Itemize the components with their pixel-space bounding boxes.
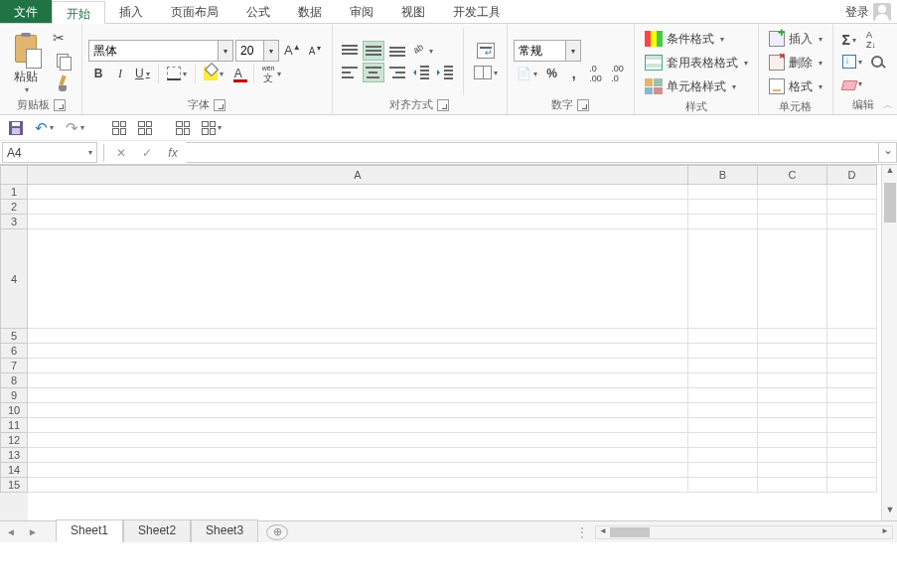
cell-B1[interactable]	[688, 185, 758, 200]
cell-D7[interactable]	[827, 359, 877, 373]
format-painter-button[interactable]	[50, 74, 75, 93]
row-header-3[interactable]: 3	[0, 215, 28, 229]
col-header-D[interactable]: D	[827, 165, 877, 185]
font-size-dropdown[interactable]: ▾	[263, 40, 279, 62]
cell-D12[interactable]	[827, 433, 877, 448]
format-as-table-button[interactable]: 套用表格格式	[641, 52, 752, 74]
cell-D6[interactable]	[827, 344, 877, 359]
cell-B12[interactable]	[688, 433, 758, 448]
comma-style-button[interactable]	[564, 64, 584, 83]
cell-D5[interactable]	[827, 329, 877, 344]
conditional-formatting-button[interactable]: 条件格式	[641, 28, 752, 50]
cell-B2[interactable]	[688, 200, 758, 215]
sheet-nav-prev[interactable]: ◄	[0, 526, 22, 537]
shrink-font-button[interactable]: A▼	[306, 41, 326, 61]
select-all-corner[interactable]	[0, 165, 28, 185]
tab-开发工具[interactable]: 开发工具	[439, 0, 515, 23]
cell-B6[interactable]	[688, 344, 758, 359]
cell-A3[interactable]	[28, 215, 688, 229]
insert-cells-button[interactable]: 插入	[765, 28, 826, 50]
tab-split-handle[interactable]: ⋮	[576, 525, 589, 539]
cell-C9[interactable]	[758, 388, 827, 403]
cell-D3[interactable]	[827, 215, 877, 229]
enter-formula-button[interactable]: ✓	[134, 142, 160, 163]
formula-input[interactable]	[186, 142, 879, 163]
tab-公式[interactable]: 公式	[232, 0, 284, 23]
col-header-C[interactable]: C	[758, 165, 827, 185]
insert-function-button[interactable]: fx	[160, 142, 186, 163]
cell-A1[interactable]	[28, 185, 688, 200]
cell-C2[interactable]	[758, 200, 827, 215]
merge-center-button[interactable]	[471, 63, 501, 82]
cell-B7[interactable]	[688, 359, 758, 373]
redo-button[interactable]	[63, 117, 87, 139]
tab-审阅[interactable]: 审阅	[336, 0, 387, 23]
tab-页面布局[interactable]: 页面布局	[157, 0, 232, 23]
cell-C5[interactable]	[758, 329, 827, 344]
cell-A13[interactable]	[28, 448, 688, 463]
row-header-15[interactable]: 15	[0, 478, 28, 493]
increase-decimal-button[interactable]: .0.00	[586, 64, 606, 83]
row-header-6[interactable]: 6	[0, 344, 28, 359]
cell-C6[interactable]	[758, 344, 827, 359]
collapse-ribbon-button[interactable]: ︿	[883, 98, 893, 112]
font-launcher[interactable]	[214, 99, 225, 111]
cell-C7[interactable]	[758, 359, 827, 373]
cell-B4[interactable]	[688, 229, 758, 329]
scroll-up-button[interactable]: ▲	[882, 165, 897, 181]
row-header-13[interactable]: 13	[0, 448, 28, 463]
font-size-input[interactable]	[235, 40, 263, 62]
qat-button-3[interactable]	[173, 117, 193, 139]
row-header-8[interactable]: 8	[0, 373, 28, 388]
align-middle-button[interactable]	[363, 41, 384, 61]
grid-body[interactable]: ABCD	[28, 165, 881, 520]
cell-C14[interactable]	[758, 463, 827, 478]
font-name-input[interactable]	[88, 40, 218, 62]
font-color-button[interactable]: A	[228, 64, 248, 83]
cell-styles-button[interactable]: 单元格样式	[641, 75, 752, 97]
align-center-button[interactable]	[363, 63, 384, 82]
sheet-tab-Sheet1[interactable]: Sheet1	[56, 519, 123, 542]
qat-button-4[interactable]	[199, 117, 224, 139]
row-header-2[interactable]: 2	[0, 200, 28, 215]
undo-button[interactable]	[32, 117, 57, 139]
orientation-button[interactable]	[410, 41, 436, 61]
new-sheet-button[interactable]: ⊕	[266, 524, 288, 540]
font-size-combo[interactable]: ▾	[235, 40, 279, 62]
cell-D9[interactable]	[827, 388, 877, 403]
sheet-tab-Sheet3[interactable]: Sheet3	[191, 519, 258, 542]
cell-C3[interactable]	[758, 215, 827, 229]
tab-开始[interactable]: 开始	[52, 1, 105, 24]
row-header-10[interactable]: 10	[0, 403, 28, 418]
cell-B13[interactable]	[688, 448, 758, 463]
cell-A10[interactable]	[28, 403, 688, 418]
cell-A2[interactable]	[28, 200, 688, 215]
cell-A4[interactable]	[28, 229, 688, 329]
fill-color-button[interactable]	[201, 64, 226, 83]
horizontal-scrollbar[interactable]: ◄ ►	[595, 525, 893, 539]
vertical-scrollbar[interactable]: ▲ ▼	[881, 165, 897, 520]
cell-B8[interactable]	[688, 373, 758, 388]
border-button[interactable]	[164, 64, 190, 83]
autosum-button[interactable]	[839, 30, 859, 50]
row-header-11[interactable]: 11	[0, 418, 28, 433]
align-left-button[interactable]	[339, 63, 361, 82]
alignment-launcher[interactable]	[437, 99, 449, 111]
delete-cells-button[interactable]: 删除	[765, 52, 826, 74]
login[interactable]: 登录	[839, 0, 897, 23]
clear-button[interactable]	[839, 74, 865, 93]
cell-D2[interactable]	[827, 200, 877, 215]
cell-D10[interactable]	[827, 403, 877, 418]
col-header-A[interactable]: A	[28, 165, 688, 185]
decrease-decimal-button[interactable]: .00.0	[608, 64, 628, 83]
cell-D1[interactable]	[827, 185, 877, 200]
tab-数据[interactable]: 数据	[284, 0, 336, 23]
cell-D4[interactable]	[827, 229, 877, 329]
align-bottom-button[interactable]	[386, 41, 408, 61]
cell-B5[interactable]	[688, 329, 758, 344]
font-name-dropdown[interactable]: ▾	[218, 40, 233, 62]
cell-C10[interactable]	[758, 403, 827, 418]
copy-button[interactable]	[50, 52, 75, 72]
cell-D8[interactable]	[827, 373, 877, 388]
row-header-7[interactable]: 7	[0, 359, 28, 373]
